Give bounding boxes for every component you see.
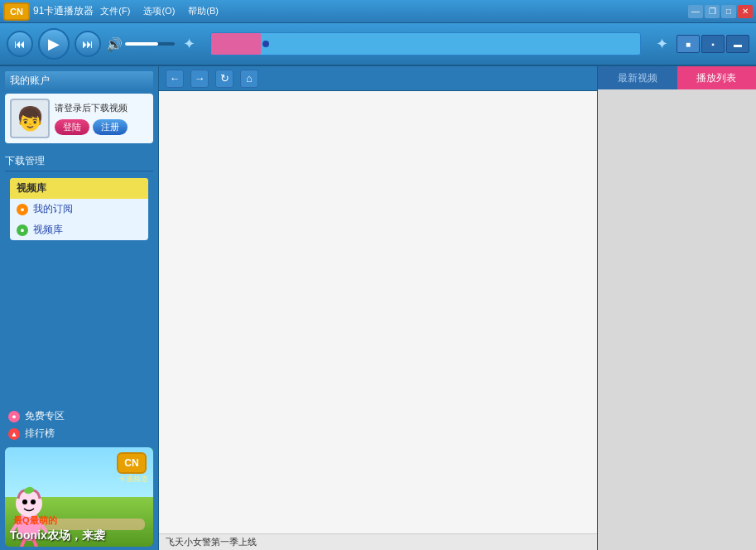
plus-left: ✦ <box>183 35 195 53</box>
close-button[interactable]: ✕ <box>738 5 753 18</box>
ranking-icon: ▲ <box>8 428 20 440</box>
content-area: ← → ↻ ⌂ 飞天小女警第一季上线 <box>159 66 597 550</box>
ranking-link[interactable]: ▲ 排行榜 <box>8 427 150 441</box>
svg-point-2 <box>22 499 27 504</box>
menu-file[interactable]: 文件(F) <box>97 3 133 19</box>
view-buttons: ■ ▪ ▬ <box>677 35 749 53</box>
library-item-videos[interactable]: ● 视频库 <box>10 220 148 240</box>
maximize-button[interactable]: □ <box>721 5 736 18</box>
progress-bar[interactable] <box>210 32 641 55</box>
download-section: 下载管理 <box>0 148 158 178</box>
forward-button[interactable]: → <box>190 70 209 88</box>
play-button[interactable]: ▶ <box>38 28 70 60</box>
videos-icon: ● <box>17 224 28 236</box>
library-header: 视频库 <box>10 178 148 199</box>
banner-text-top: 最Q最萌的 <box>13 514 57 527</box>
banner-cn-logo: CN <box>117 452 147 474</box>
tab-latest-videos[interactable]: 最新视频 <box>598 66 677 89</box>
account-body: 👦 请登录后下载视频 登陆 注册 <box>5 94 153 143</box>
ranking-label: 排行榜 <box>25 427 55 441</box>
account-message: 请登录后下载视频 <box>55 102 148 114</box>
right-tabs: 最新视频 播放列表 <box>598 66 756 89</box>
title-left: CN 91卡通播放器 文件(F) 选项(O) 帮助(B) <box>3 2 222 21</box>
banner: CN 卡通频道 <box>5 447 153 547</box>
account-buttons: 登陆 注册 <box>55 119 148 135</box>
banner-bg: CN 卡通频道 <box>5 447 153 547</box>
progress-dot <box>262 41 269 47</box>
library-wrapper: 视频库 ● 我的订阅 ● 视频库 <box>0 178 158 406</box>
video-library: 视频库 ● 我的订阅 ● 视频库 <box>10 178 148 240</box>
volume-slider[interactable] <box>125 42 175 46</box>
back-button[interactable]: ← <box>166 70 184 88</box>
free-zone-label: 免费专区 <box>25 409 65 423</box>
volume-icon: 🔊 <box>106 36 123 52</box>
volume-area: 🔊 <box>106 36 175 52</box>
subscription-icon: ● <box>17 204 28 215</box>
content-frame <box>159 91 597 533</box>
main-layout: 我的账户 👦 请登录后下载视频 登陆 注册 下载管理 视频库 <box>0 66 756 550</box>
progress-fill <box>211 33 261 55</box>
banner-text-main: Toonix农场，来袭 <box>10 528 105 543</box>
subscription-label: 我的订阅 <box>33 202 73 216</box>
restore-button[interactable]: ❐ <box>705 5 720 18</box>
nav-bar: ← → ↻ ⌂ <box>159 66 597 91</box>
status-bar: 飞天小女警第一季上线 <box>159 533 597 550</box>
next-button[interactable]: ⏭ <box>75 31 101 57</box>
menu-help[interactable]: 帮助(B) <box>185 3 222 19</box>
status-text: 飞天小女警第一季上线 <box>166 536 257 548</box>
register-button[interactable]: 注册 <box>93 119 128 135</box>
view-btn-1[interactable]: ■ <box>677 35 700 53</box>
progress-area <box>210 32 641 55</box>
title-bar: CN 91卡通播放器 文件(F) 选项(O) 帮助(B) — ❐ □ ✕ <box>0 0 756 23</box>
view-btn-2[interactable]: ▪ <box>701 35 725 53</box>
home-button[interactable]: ⌂ <box>240 70 258 88</box>
refresh-button[interactable]: ↻ <box>215 70 234 88</box>
avatar: 👦 <box>10 99 50 138</box>
videos-label: 视频库 <box>33 223 63 237</box>
view-btn-3[interactable]: ▬ <box>726 35 749 53</box>
menu-options[interactable]: 选项(O) <box>140 3 178 19</box>
svg-point-3 <box>31 499 36 504</box>
free-zone-link[interactable]: ● 免费专区 <box>8 409 150 423</box>
banner-subtitle: 卡通频道 <box>118 474 148 485</box>
volume-fill <box>125 42 158 46</box>
cn-logo: CN <box>3 2 30 21</box>
account-info: 请登录后下载视频 登陆 注册 <box>55 102 148 135</box>
controls-bar: ⏮ ▶ ⏭ 🔊 ✦ ✦ ■ ▪ ▬ <box>0 23 756 66</box>
free-zone-icon: ● <box>8 411 20 422</box>
app-title: 91卡通播放器 <box>33 4 94 18</box>
login-button[interactable]: 登陆 <box>55 119 89 135</box>
sidebar: 我的账户 👦 请登录后下载视频 登陆 注册 下载管理 视频库 <box>0 66 159 550</box>
bottom-links: ● 免费专区 ▲ 排行榜 <box>0 406 158 444</box>
right-content <box>598 89 756 550</box>
right-panel: 最新视频 播放列表 <box>597 66 756 550</box>
menu-bar: 文件(F) 选项(O) 帮助(B) <box>97 3 222 19</box>
library-item-subscription[interactable]: ● 我的订阅 <box>10 199 148 220</box>
tab-playlist[interactable]: 播放列表 <box>677 66 757 89</box>
minimize-button[interactable]: — <box>688 5 703 18</box>
account-section: 我的账户 👦 请登录后下载视频 登陆 注册 <box>0 66 158 148</box>
title-controls: — ❐ □ ✕ <box>688 5 753 18</box>
prev-button[interactable]: ⏮ <box>7 31 33 57</box>
download-header: 下载管理 <box>5 152 153 171</box>
account-header: 我的账户 <box>5 71 153 90</box>
plus-right: ✦ <box>656 35 668 53</box>
